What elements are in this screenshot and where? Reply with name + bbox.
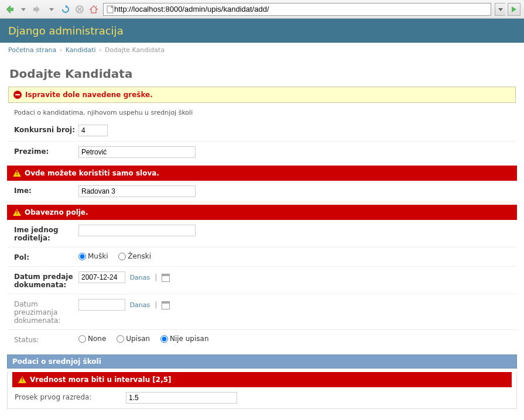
row-prezime: Prezime: xyxy=(7,142,517,163)
label-datum-preuz: Datum preuzimanja dokumenata: xyxy=(14,299,78,325)
browser-toolbar xyxy=(0,0,524,19)
row-datum-predaje: Datum predaje dokumenata: Danas | xyxy=(7,267,517,294)
forward-button[interactable] xyxy=(32,4,43,15)
breadcrumbs: Početna strana › Kandidati › Dodajte Kan… xyxy=(0,43,524,57)
input-roditelj[interactable] xyxy=(78,225,196,236)
breadcrumb-current: Dodajte Kandidata xyxy=(105,46,165,54)
radio-pol-zenski[interactable]: Ženski xyxy=(118,252,151,260)
input-prezime[interactable] xyxy=(78,146,196,158)
radio-status-nije-upisan[interactable]: Nije upisan xyxy=(160,335,209,343)
row-konkursni-broj: Konkursni broj: xyxy=(7,120,517,142)
home-button[interactable] xyxy=(88,4,100,15)
label-pol: Pol: xyxy=(14,252,78,261)
radio-status-upisan[interactable]: Upisan xyxy=(117,335,150,343)
error-icon xyxy=(13,91,22,99)
radio-status-none[interactable]: None xyxy=(78,335,106,343)
label-prosek1: Prosek prvog razreda: xyxy=(15,392,126,401)
header-bar: Django administracija xyxy=(0,19,524,43)
section-heading-skola: Podaci o srednjoj školi xyxy=(7,354,517,369)
content: Dodajte Kandidata Ispravite dole naveden… xyxy=(0,57,524,409)
row-status: Status: None Upisan Nije upisan xyxy=(7,330,517,349)
label-prezime: Prezime: xyxy=(14,146,78,156)
row-roditelj: Ime jednog roditelja: xyxy=(7,220,517,247)
forward-dropdown[interactable] xyxy=(46,4,57,15)
stop-button[interactable] xyxy=(74,4,85,15)
input-ime[interactable] xyxy=(78,185,196,197)
link-danas-predaje[interactable]: Danas xyxy=(130,274,150,281)
page-icon xyxy=(106,5,114,13)
input-prosek1[interactable] xyxy=(126,392,237,404)
go-button[interactable] xyxy=(508,3,520,16)
back-button[interactable] xyxy=(4,4,15,15)
row-prosek1: Prosek prvog razreda: xyxy=(8,387,516,408)
label-datum-predaje: Datum predaje dokumenata: xyxy=(14,271,78,289)
url-input[interactable] xyxy=(114,4,488,15)
radio-pol-muski[interactable]: Muški xyxy=(78,252,108,260)
error-prosek: Vrednost mora biti u intervalu [2,5] xyxy=(12,372,512,387)
breadcrumb-model[interactable]: Kandidati xyxy=(66,46,96,54)
reload-button[interactable] xyxy=(60,4,71,15)
page-title: Dodajte Kandidata xyxy=(9,67,517,81)
error-roditelj: Obavezno polje. xyxy=(7,205,517,220)
input-datum-predaje[interactable] xyxy=(78,271,125,283)
label-ime: Ime: xyxy=(14,185,78,195)
row-pol: Pol: Muški Ženski xyxy=(7,247,517,267)
row-datum-preuz: Datum preuzimanja dokumenata: Danas | xyxy=(7,294,517,330)
input-datum-preuz[interactable] xyxy=(78,299,125,311)
help-text: Podaci o kandidatima, njihovom uspehu u … xyxy=(7,109,517,120)
label-konkursni-broj: Konkursni broj: xyxy=(14,125,78,134)
back-dropdown[interactable] xyxy=(18,4,29,15)
label-status: Status: xyxy=(14,335,78,344)
calendar-icon[interactable] xyxy=(162,301,170,309)
warning-icon xyxy=(13,170,21,177)
calendar-icon[interactable] xyxy=(162,274,170,282)
row-ime: Ime: xyxy=(7,181,517,202)
error-ime: Ovde možete koristiti samo slova. xyxy=(7,166,517,181)
url-bar[interactable] xyxy=(103,3,491,16)
input-konkursni-broj[interactable] xyxy=(78,125,108,136)
breadcrumb-home[interactable]: Početna strana xyxy=(8,46,56,54)
warning-icon xyxy=(18,376,26,383)
url-dropdown[interactable] xyxy=(495,3,505,16)
link-danas-preuz[interactable]: Danas xyxy=(130,301,150,309)
warning-icon xyxy=(13,209,21,216)
site-title: Django administracija xyxy=(8,25,124,37)
section-body-skola: Vrednost mora biti u intervalu [2,5] Pro… xyxy=(7,372,517,409)
error-note: Ispravite dole navedene greške. xyxy=(8,87,516,103)
label-roditelj: Ime jednog roditelja: xyxy=(14,225,78,242)
